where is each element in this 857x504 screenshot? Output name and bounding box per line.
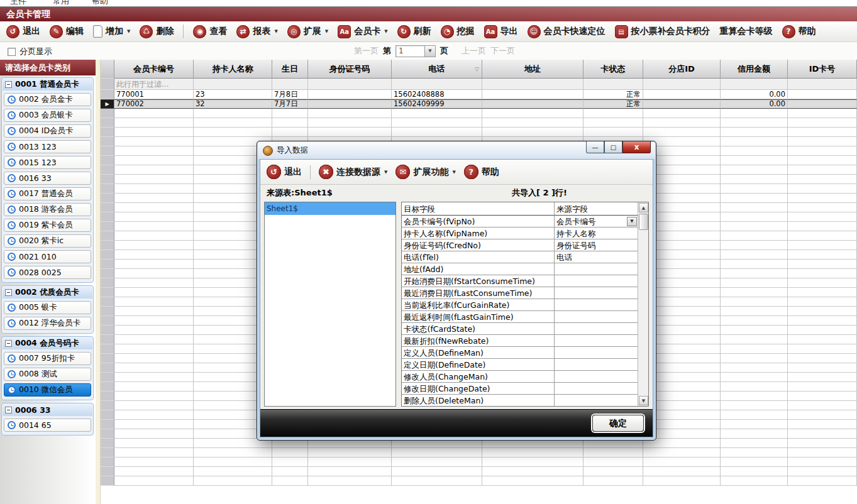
sidebar-item-0028[interactable]: 0028 0025 [4, 266, 91, 279]
category-group-header[interactable]: 0006 33 [3, 404, 92, 416]
sidebar-item-0002[interactable]: 0002 会员金卡 [4, 93, 91, 106]
row-selector[interactable] [101, 307, 114, 316]
category-group-header[interactable]: 0001 普通会员卡 [3, 79, 92, 90]
add-button[interactable]: 增加▼ [93, 25, 130, 38]
row-selector[interactable] [101, 118, 114, 128]
report-button[interactable]: ⇄报表▼ [236, 25, 277, 38]
menubar-item-fragment[interactable]: 帮助 [92, 0, 108, 7]
refresh-button[interactable]: ↻刷新 [397, 25, 431, 38]
source-field-cell[interactable]: 持卡人名称 [555, 227, 638, 239]
recalc-card-level-button[interactable]: 重算会卡等级 [720, 26, 773, 37]
sidebar-item-0018[interactable]: 0018 游客会员 [4, 203, 91, 216]
mapping-scrollbar[interactable]: ▲ ▼ [638, 202, 648, 406]
column-header-7[interactable]: 分店ID [643, 60, 721, 79]
mine-button[interactable]: ◔挖掘 [441, 25, 475, 38]
category-group-header[interactable]: 0004 会员号码卡 [3, 337, 92, 349]
row-selector[interactable] [101, 278, 114, 288]
prev-page-button[interactable]: 上一页 [462, 45, 486, 57]
source-field-cell[interactable] [555, 311, 638, 323]
column-header-2[interactable]: 生日 [272, 60, 308, 79]
source-field-cell[interactable]: 身份证号码 [555, 239, 638, 251]
dialog-help-button[interactable]: ?帮助 [464, 165, 499, 179]
filter-dropdown-icon[interactable]: ▽ [475, 60, 479, 79]
collapse-icon[interactable] [5, 340, 12, 347]
member-card-button[interactable]: Aa会员卡▼ [338, 25, 387, 38]
receipt-supplement-points-button[interactable]: ▤按小票补会员卡积分 [615, 25, 710, 38]
scrollbar-thumb[interactable] [639, 214, 648, 230]
collapse-icon[interactable] [5, 289, 12, 296]
category-group-header[interactable]: 0002 优质会员卡 [3, 287, 92, 299]
scroll-down-icon[interactable]: ▼ [639, 396, 648, 405]
row-selector[interactable] [101, 344, 114, 354]
row-selector[interactable] [101, 420, 114, 429]
checkbox-icon[interactable] [8, 48, 16, 56]
source-field-cell[interactable] [555, 347, 638, 359]
column-header-6[interactable]: 卡状态 [583, 60, 643, 79]
sidebar-item-0003[interactable]: 0003 会员银卡 [4, 109, 91, 122]
column-header-9[interactable]: ID卡号 [788, 60, 857, 79]
source-field-cell[interactable] [555, 359, 638, 371]
column-header-5[interactable]: 地址 [482, 60, 583, 79]
row-selector[interactable] [101, 326, 114, 335]
row-selector[interactable] [101, 241, 114, 250]
row-selector[interactable] [101, 156, 114, 165]
row-selector[interactable] [101, 250, 114, 260]
column-header-3[interactable]: 身份证号码 [308, 60, 392, 79]
source-field-cell[interactable] [555, 335, 638, 347]
row-selector[interactable] [101, 137, 114, 146]
source-field-cell[interactable] [555, 371, 638, 383]
source-field-cell[interactable] [555, 263, 638, 275]
current-row-marker[interactable]: ▶ [101, 99, 114, 109]
source-field-cell[interactable] [555, 275, 638, 287]
menubar-item-fragment[interactable]: 主件 [10, 0, 26, 7]
sidebar-item-0013[interactable]: 0013 123 [4, 140, 91, 153]
sidebar-item-0020[interactable]: 0020 紫卡ic [4, 234, 91, 248]
column-header-1[interactable]: 持卡人名称 [194, 60, 272, 79]
sidebar-splitter[interactable] [96, 60, 101, 504]
paging-checkbox[interactable]: 分页显示 [8, 46, 52, 57]
row-selector[interactable] [101, 373, 114, 382]
row-selector[interactable] [101, 429, 114, 439]
row-selector[interactable] [101, 194, 114, 203]
exit-button[interactable]: ↺退出 [6, 25, 40, 38]
delete-button[interactable]: ♺删除 [140, 25, 174, 38]
dialog-exit-button[interactable]: ↺退出 [267, 165, 302, 179]
maximize-button[interactable]: □ [604, 141, 622, 153]
ok-button[interactable]: 确定 [592, 415, 644, 432]
source-field-cell[interactable]: 电话 [555, 251, 638, 263]
row-selector[interactable] [101, 203, 114, 212]
row-selector[interactable] [101, 175, 114, 184]
sidebar-item-0010[interactable]: 0010 微信会员 [4, 383, 91, 397]
sheet-list-item[interactable]: Sheet1$ [265, 202, 395, 215]
row-selector[interactable] [101, 392, 114, 401]
row-selector[interactable] [101, 60, 114, 79]
column-header-4[interactable]: 电话▽ [392, 60, 482, 79]
row-selector[interactable] [101, 316, 114, 326]
view-button[interactable]: ◉查看 [193, 25, 227, 38]
source-field-cell[interactable]: 会员卡编号▼ [555, 216, 638, 227]
sidebar-item-0017[interactable]: 0017 普通会员 [4, 187, 91, 200]
row-selector[interactable] [101, 109, 114, 118]
menubar-item-fragment[interactable]: 常用 [53, 0, 69, 7]
row-selector[interactable] [101, 288, 114, 297]
row-selector[interactable] [101, 354, 114, 363]
sidebar-item-0014[interactable]: 0014 65 [4, 419, 91, 432]
row-selector[interactable] [101, 297, 114, 307]
chevron-down-icon[interactable]: ▼ [627, 217, 637, 226]
extend-button[interactable]: ◎扩展▼ [287, 25, 328, 38]
close-button[interactable]: x [622, 141, 651, 153]
row-selector[interactable] [101, 410, 114, 420]
row-selector[interactable] [101, 165, 114, 175]
row-selector[interactable] [101, 231, 114, 241]
extended-functions-button[interactable]: ✉扩展功能▼ [395, 165, 455, 179]
page-number-select[interactable]: 1 ▼ [395, 45, 436, 57]
minimize-button[interactable]: — [586, 141, 604, 153]
row-selector[interactable] [101, 212, 114, 222]
sidebar-item-0008[interactable]: 0008 测试 [4, 368, 91, 381]
sidebar-item-0016[interactable]: 0016 33 [4, 172, 91, 185]
source-field-cell[interactable] [555, 323, 638, 335]
table-row[interactable]: ▶770002327月7日15602409999正常0.00 [101, 99, 857, 109]
row-selector[interactable] [101, 90, 114, 99]
collapse-icon[interactable] [5, 407, 12, 414]
sidebar-item-0019[interactable]: 0019 紫卡会员 [4, 219, 91, 232]
